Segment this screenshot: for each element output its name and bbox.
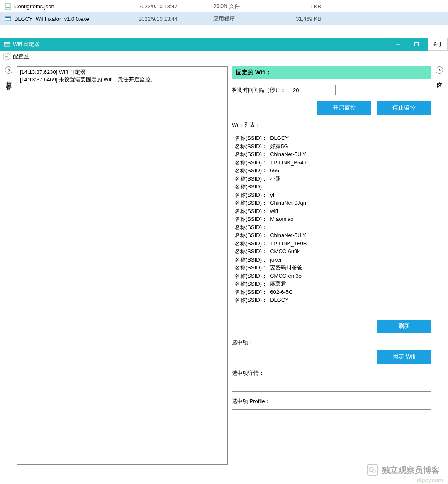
wifi-list-item[interactable]: 名称(SSID)： [235, 183, 428, 191]
watermark-text: 独立观察员博客 [382, 464, 440, 470]
wifi-list-item[interactable]: 名称(SSID)： yfl [235, 191, 428, 199]
wifi-list-item[interactable]: 名称(SSID)： DLGCY [235, 296, 428, 304]
file-row[interactable]: DLGCY_WifiFixator_v1.0.0.exe 2022/9/10 1… [0, 12, 448, 25]
file-explorer: ConfigItems.json 2022/9/10 13:47 JSON 文件… [0, 0, 448, 25]
wifi-list-item[interactable]: 名称(SSID)： DLGCY [235, 134, 428, 142]
log-line: [14:13:37.6469] 未设置需要固定的 Wifi，无法开启监控。 [20, 76, 225, 83]
right-side-label: 操作区 [436, 77, 443, 80]
start-monitor-button[interactable]: 开启监控 [317, 101, 371, 115]
wifi-list-item[interactable]: 名称(SSID)： Miaomiao [235, 215, 428, 223]
file-name: DLGCY_WifiFixator_v1.0.0.exe [14, 16, 139, 22]
stop-monitor-button[interactable]: 停止监控 [377, 101, 431, 115]
left-side-label: 信息区设置 [5, 77, 12, 81]
file-type: 应用程序 [213, 15, 280, 22]
wifi-list-label: WiFi 列表： [232, 121, 431, 129]
wifi-list-item[interactable]: 名称(SSID)： TP-LINK_B549 [235, 159, 428, 167]
wifi-list-item[interactable]: 名称(SSID)： ChinaNet-5UiY [235, 231, 428, 240]
window-title: Wifi 固定器 [13, 41, 388, 48]
wifi-list-item[interactable]: 名称(SSID)： [235, 223, 428, 232]
wifi-list-item[interactable]: 名称(SSID)： CMCC-em35 [235, 272, 428, 280]
wifi-list-item[interactable]: 名称(SSID)： 好家5G [235, 142, 428, 151]
log-line: [14:13:37.6230] Wifi 固定器 [20, 68, 225, 76]
selected-profile-label: 选中项 Profile： [232, 398, 431, 405]
config-section-label: 配置区 [13, 53, 29, 60]
wifi-list-item[interactable]: 名称(SSID)： ChinaNet-9Jqn [235, 199, 428, 207]
json-file-icon [4, 2, 12, 10]
file-date: 2022/9/10 13:47 [139, 3, 213, 10]
wifi-list-item[interactable]: 名称(SSID)： 要密码叫爸爸 [235, 264, 428, 272]
selected-detail-label: 选中项详情： [232, 369, 431, 377]
file-name: ConfigItems.json [14, 3, 139, 10]
left-side-toggle: 信息区设置 [5, 66, 13, 465]
wifi-list-item[interactable]: 名称(SSID)： CMCC-6u9k [235, 247, 428, 256]
file-date: 2022/9/10 13:44 [139, 16, 213, 22]
titlebar[interactable]: Wifi 固定器 [0, 38, 448, 51]
maximize-button[interactable] [407, 38, 426, 51]
main-area: 信息区设置 [14:13:37.6230] Wifi 固定器 [14:13:37… [0, 62, 448, 469]
right-panel: 固定的 Wifi： 检测时间间隔（秒）： 开启监控 停止监控 WiFi 列表： … [232, 66, 431, 465]
selected-profile-input[interactable] [232, 409, 431, 420]
svg-rect-7 [414, 43, 418, 46]
wifi-list-item[interactable]: 名称(SSID)： TP-LINK_1F0B [235, 240, 428, 248]
svg-rect-3 [5, 17, 11, 18]
wifi-list-item[interactable]: 名称(SSID)： 666 [235, 166, 428, 175]
app-icon [4, 41, 10, 48]
refresh-button[interactable]: 刷新 [377, 320, 431, 333]
svg-rect-1 [6, 7, 10, 8]
fix-wifi-button[interactable]: 固定 Wifi [377, 350, 431, 364]
svg-rect-5 [4, 42, 10, 44]
exe-file-icon [4, 15, 12, 22]
about-button[interactable]: 关于 [428, 38, 448, 51]
wifi-list-item[interactable]: 名称(SSID)： wifi [235, 207, 428, 215]
wifi-list-item[interactable]: 名称(SSID)： ChinaNet-5UiY [235, 150, 428, 159]
config-section-header: 配置区 [0, 51, 448, 62]
minimize-button[interactable] [388, 38, 407, 51]
app-window: Wifi 固定器 配置区 关于 信息区设置 [14:13:3 [0, 38, 448, 469]
selected-detail-input[interactable] [232, 381, 431, 392]
interval-label: 检测时间间隔（秒）： [232, 86, 286, 94]
interval-input[interactable] [290, 85, 336, 95]
svg-point-11 [372, 469, 375, 469]
collapse-config-button[interactable] [3, 53, 10, 60]
watermark: 独立观察员博客 [367, 464, 440, 469]
wifi-list-item[interactable]: 名称(SSID)： joker [235, 256, 428, 264]
expand-left-button[interactable] [5, 66, 12, 74]
fixed-wifi-header: 固定的 Wifi： [232, 66, 431, 79]
wifi-list-item[interactable]: 名称(SSID)： 602-6-5G [235, 288, 428, 296]
file-row[interactable]: ConfigItems.json 2022/9/10 13:47 JSON 文件… [0, 0, 448, 12]
right-side-toggle: 操作区 [435, 66, 443, 465]
wifi-list-item[interactable]: 名称(SSID)： 小熊 [235, 175, 428, 183]
wechat-icon [367, 464, 378, 469]
wifi-list-item[interactable]: 名称(SSID)： 麻薯君 [235, 280, 428, 288]
wifi-list[interactable]: 名称(SSID)： DLGCY名称(SSID)： 好家5G名称(SSID)： C… [232, 133, 431, 315]
log-panel[interactable]: [14:13:37.6230] Wifi 固定器 [14:13:37.6469]… [17, 66, 228, 465]
file-size: 31,469 KB [280, 16, 321, 22]
file-size: 1 KB [280, 3, 321, 10]
file-type: JSON 文件 [213, 2, 280, 10]
selected-item-label: 选中项： [232, 339, 431, 346]
expand-right-button[interactable] [436, 66, 443, 74]
